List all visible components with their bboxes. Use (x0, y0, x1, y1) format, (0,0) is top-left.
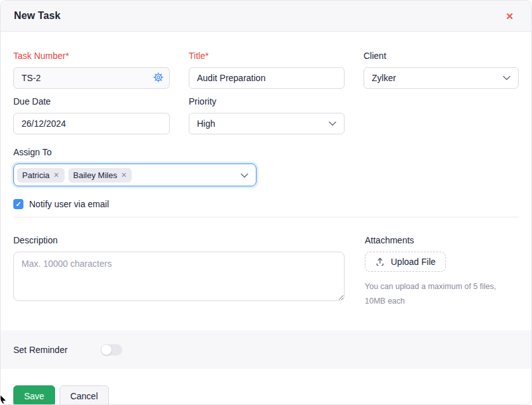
dialog-footer: Save Cancel (1, 369, 531, 405)
close-icon: ✕ (505, 11, 514, 22)
task-number-input[interactable] (13, 67, 170, 89)
description-textarea[interactable] (13, 252, 345, 301)
priority-select-value: High (197, 119, 215, 129)
assignee-chip-name: Bailey Miles (73, 170, 117, 180)
form-row-2: Due Date Priority High (13, 96, 519, 134)
assignee-chip-name: Patricia (22, 170, 49, 180)
dialog-header: New Task ✕ (1, 1, 531, 32)
attachments-hint: You can upload a maximum of 5 files, 10M… (365, 280, 519, 309)
set-reminder-label: Set Reminder (13, 345, 68, 355)
chip-remove-icon[interactable]: ✕ (53, 172, 59, 179)
check-icon: ✓ (15, 201, 21, 208)
gear-icon (153, 72, 163, 84)
form-row-1: Task Number* Title* (13, 51, 519, 89)
set-reminder-toggle[interactable] (101, 344, 122, 356)
priority-field: Priority High (189, 96, 345, 134)
priority-label: Priority (189, 96, 345, 106)
due-date-label: Due Date (13, 96, 170, 106)
attachments-label: Attachments (365, 235, 519, 245)
upload-icon (375, 257, 385, 267)
title-input[interactable] (189, 67, 345, 89)
assign-to-multiselect[interactable]: Patricia ✕ Bailey Miles ✕ (13, 164, 256, 186)
description-field: Description (13, 235, 345, 309)
assign-to-field: Assign To Patricia ✕ Bailey Miles ✕ (13, 147, 519, 186)
set-reminder-section: Set Reminder (1, 330, 531, 369)
assignee-chips: Patricia ✕ Bailey Miles ✕ (17, 168, 237, 183)
chip-remove-icon[interactable]: ✕ (121, 172, 127, 179)
due-date-field: Due Date (13, 96, 170, 134)
page-title: New Task (14, 10, 60, 22)
title-field: Title* (189, 51, 345, 89)
toggle-knob (101, 345, 111, 355)
assignee-chip: Patricia ✕ (17, 168, 65, 183)
client-select[interactable]: Zylker (364, 67, 519, 89)
assign-to-label: Assign To (13, 147, 519, 157)
notify-row: ✓ Notify user via email (13, 199, 519, 209)
new-task-dialog: New Task ✕ Task Number* (0, 0, 532, 405)
description-label: Description (13, 235, 345, 245)
task-number-field: Task Number* (13, 51, 170, 89)
save-button[interactable]: Save (13, 385, 55, 405)
chevron-down-icon (329, 121, 336, 126)
client-select-value: Zylker (372, 73, 396, 83)
close-button[interactable]: ✕ (503, 9, 516, 23)
chevron-down-icon (241, 169, 248, 181)
task-number-settings-button[interactable] (153, 72, 163, 84)
cancel-button[interactable]: Cancel (60, 385, 109, 405)
description-attachments-row: Description Attachments Upload File You (13, 235, 519, 309)
chevron-down-icon (503, 75, 510, 80)
client-label: Client (364, 51, 519, 61)
assignee-chip: Bailey Miles ✕ (68, 168, 132, 183)
mouse-cursor-icon (0, 394, 8, 405)
upload-file-button[interactable]: Upload File (365, 252, 446, 272)
client-field: Client Zylker (364, 51, 519, 89)
divider (13, 217, 519, 217)
priority-select[interactable]: High (189, 113, 345, 134)
notify-checkbox[interactable]: ✓ (13, 199, 23, 209)
notify-label: Notify user via email (29, 199, 109, 209)
task-number-label: Task Number* (13, 51, 170, 61)
due-date-input[interactable] (13, 113, 170, 134)
upload-file-label: Upload File (391, 257, 436, 267)
attachments-field: Attachments Upload File You can upload a… (365, 235, 519, 309)
title-label: Title* (189, 51, 345, 61)
form-body: Task Number* Title* (1, 32, 531, 309)
